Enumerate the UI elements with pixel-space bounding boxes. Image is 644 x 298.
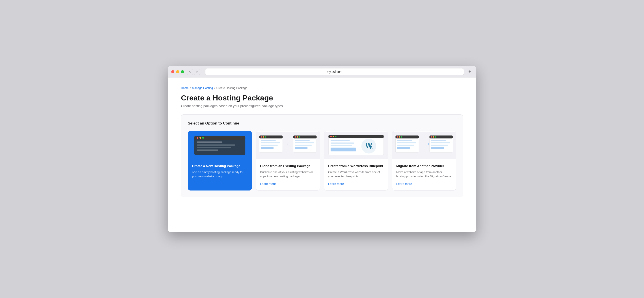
svg-rect-7	[197, 144, 235, 146]
option-card-clone[interactable]: → C	[256, 131, 320, 191]
svg-point-59	[435, 136, 436, 138]
card-illustration-clone: →	[256, 131, 320, 160]
svg-point-33	[330, 136, 332, 137]
svg-rect-60	[431, 140, 446, 141]
svg-rect-49	[397, 140, 412, 141]
breadcrumb-sep-1: /	[190, 86, 191, 90]
card-illustration-wordpress: W A	[324, 131, 388, 160]
card-desc-migrate: Move a website or app from another hosti…	[396, 170, 452, 179]
close-button[interactable]	[171, 70, 174, 73]
options-container: Select an Option to Continue	[181, 114, 463, 197]
options-grid: Create a New Hosting Package Add an empt…	[188, 131, 456, 191]
svg-rect-32	[328, 135, 384, 138]
svg-point-15	[265, 136, 266, 138]
breadcrumb-home[interactable]: Home	[181, 86, 189, 90]
svg-rect-36	[330, 140, 350, 141]
card-body-new: Create a New Hosting Package Add an empt…	[188, 160, 252, 185]
breadcrumb: Home / Manage Hosting / Create Hosting P…	[181, 86, 463, 90]
svg-point-14	[263, 136, 264, 138]
svg-rect-8	[197, 147, 231, 148]
svg-point-23	[295, 136, 296, 138]
maximize-button[interactable]	[181, 70, 184, 73]
svg-rect-52	[397, 147, 410, 149]
browser-content: Home / Manage Hosting / Create Hosting P…	[168, 77, 476, 232]
svg-point-25	[299, 136, 300, 138]
svg-rect-27	[295, 142, 314, 143]
card-body-migrate: Migrate from Another Provider Move a web…	[392, 160, 456, 190]
option-card-migrate[interactable]: Migrate from Another Provider Move a web…	[392, 131, 456, 191]
address-bar[interactable]: my.20i.com	[205, 68, 464, 75]
svg-rect-16	[261, 140, 276, 141]
forward-button[interactable]: >	[194, 69, 200, 75]
card-desc-clone: Duplicate one of your existing websites …	[260, 170, 316, 179]
svg-point-34	[332, 136, 334, 137]
svg-point-46	[397, 136, 398, 138]
svg-point-58	[433, 136, 434, 138]
svg-rect-39	[330, 148, 356, 152]
svg-rect-17	[261, 142, 280, 143]
svg-rect-37	[330, 142, 354, 144]
svg-point-13	[261, 136, 262, 138]
svg-rect-6	[197, 141, 222, 143]
card-title-wordpress: Create from a WordPress Blueprint	[328, 164, 384, 168]
svg-rect-63	[431, 147, 444, 149]
svg-rect-61	[431, 142, 450, 143]
svg-rect-29	[295, 147, 308, 149]
svg-rect-28	[295, 144, 312, 146]
svg-rect-18	[261, 144, 278, 146]
breadcrumb-sep-2: /	[214, 86, 215, 90]
svg-point-57	[431, 136, 432, 138]
svg-point-47	[399, 136, 400, 138]
svg-text:→: →	[284, 141, 289, 146]
svg-point-48	[401, 136, 402, 138]
card-title-new: Create a New Hosting Package	[192, 164, 248, 168]
card-illustration-new	[188, 131, 252, 160]
card-title-clone: Clone from an Existing Package	[260, 164, 316, 168]
nav-buttons: < >	[187, 69, 200, 75]
back-button[interactable]: <	[187, 69, 193, 75]
page-subtitle: Create hosting packages based on your pr…	[181, 104, 463, 108]
card-desc-new: Add an empty hosting package ready for y…	[192, 170, 248, 179]
svg-rect-62	[431, 144, 448, 146]
svg-rect-50	[397, 142, 416, 143]
svg-rect-9	[197, 150, 218, 151]
svg-rect-51	[397, 144, 414, 146]
svg-point-24	[297, 136, 298, 138]
learn-more-migrate[interactable]: Learn more →	[396, 182, 416, 186]
card-body-clone: Clone from an Existing Package Duplicate…	[256, 160, 320, 190]
svg-point-35	[335, 136, 336, 137]
section-title: Select an Option to Continue	[188, 121, 456, 126]
option-card-wordpress[interactable]: W A Create from a WordPress Blueprint Cr…	[324, 131, 388, 191]
svg-rect-38	[330, 145, 352, 146]
card-body-wordpress: Create from a WordPress Blueprint Create…	[324, 160, 388, 190]
svg-rect-19	[261, 147, 274, 149]
url-text: my.20i.com	[327, 70, 342, 74]
page-title: Create a Hosting Package	[181, 94, 463, 102]
minimize-button[interactable]	[176, 70, 179, 73]
traffic-lights	[171, 70, 184, 73]
breadcrumb-current: Create Hosting Package	[216, 86, 248, 90]
browser-window: < > my.20i.com + Home / Manage Hosting /…	[168, 66, 476, 232]
card-illustration-migrate	[392, 131, 456, 160]
svg-point-3	[196, 137, 198, 139]
browser-titlebar: < > my.20i.com +	[168, 66, 476, 77]
svg-rect-26	[295, 140, 310, 141]
learn-more-wordpress[interactable]: Learn more →	[328, 182, 348, 186]
card-title-migrate: Migrate from Another Provider	[396, 164, 452, 168]
breadcrumb-manage[interactable]: Manage Hosting	[192, 86, 213, 90]
card-desc-wordpress: Create a WordPress website from one of y…	[328, 170, 384, 179]
svg-text:A: A	[370, 145, 373, 150]
svg-rect-2	[194, 136, 245, 140]
svg-point-5	[202, 137, 204, 139]
learn-more-clone[interactable]: Learn more →	[260, 182, 280, 186]
new-tab-button[interactable]: +	[466, 68, 473, 75]
option-card-new-package[interactable]: Create a New Hosting Package Add an empt…	[188, 131, 252, 191]
svg-point-4	[200, 137, 201, 139]
